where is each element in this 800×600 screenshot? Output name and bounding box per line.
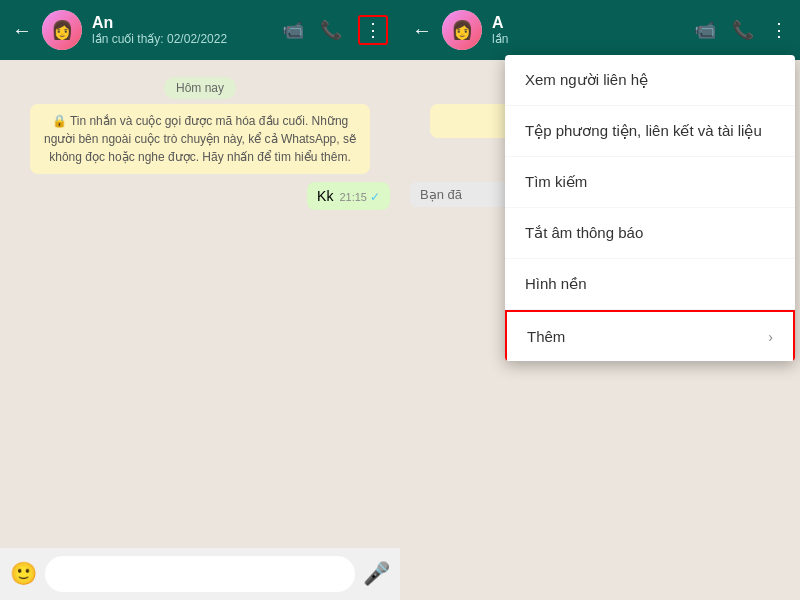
video-call-icon-left[interactable]: 📹 — [282, 19, 304, 41]
more-menu-icon-left[interactable]: ⋮ — [358, 15, 388, 45]
contact-info-left: An lần cuối thấy: 02/02/2022 — [92, 14, 272, 46]
voice-call-icon-left[interactable]: 📞 — [320, 19, 342, 41]
chevron-right-icon: › — [768, 329, 773, 345]
dropdown-item-more[interactable]: Thêm › — [505, 310, 795, 361]
bubble-left: Kk 21:15 ✓ — [307, 182, 390, 210]
voice-call-icon-right[interactable]: 📞 — [732, 19, 754, 41]
avatar-image-left: 👩 — [42, 10, 82, 50]
contact-status-left: lần cuối thấy: 02/02/2022 — [92, 32, 272, 46]
dropdown-item-search[interactable]: Tìm kiếm — [505, 157, 795, 208]
check-mark-left: ✓ — [370, 190, 380, 204]
mic-icon-left[interactable]: 🎤 — [363, 561, 390, 587]
dropdown-item-mute[interactable]: Tắt âm thông báo — [505, 208, 795, 259]
input-bar-left: 🙂 🎤 — [0, 548, 400, 600]
date-badge-left: Hôm nay — [10, 78, 390, 96]
date-label-left: Hôm nay — [164, 77, 236, 99]
back-button-left[interactable]: ← — [12, 19, 32, 42]
right-panel: ← 👩 A lần 📹 📞 ⋮ Hôm nay 🔒 Tin... Những..… — [400, 0, 800, 600]
dropdown-item-view-contact[interactable]: Xem người liên hệ — [505, 55, 795, 106]
contact-info-right: A lần — [492, 14, 684, 46]
emoji-icon-left[interactable]: 🙂 — [10, 561, 37, 587]
avatar-image-right: 👩 — [442, 10, 482, 50]
avatar-left[interactable]: 👩 — [42, 10, 82, 50]
bubble-text-left: Kk — [317, 188, 333, 204]
dropdown-label-mute: Tắt âm thông báo — [525, 224, 643, 242]
time-text-left: 21:15 — [339, 191, 367, 203]
back-button-right[interactable]: ← — [412, 19, 432, 42]
dropdown-item-media-files[interactable]: Tệp phương tiện, liên kết và tài liệu — [505, 106, 795, 157]
dropdown-label-view-contact: Xem người liên hệ — [525, 71, 648, 89]
system-message-left[interactable]: 🔒 Tin nhắn và cuộc gọi được mã hóa đầu c… — [30, 104, 370, 174]
video-call-icon-right[interactable]: 📹 — [694, 19, 716, 41]
header-icons-right: 📹 📞 ⋮ — [694, 19, 788, 41]
dropdown-label-wallpaper: Hình nền — [525, 275, 587, 293]
bubble-time-left: 21:15 ✓ — [339, 190, 380, 204]
message-bubble-left: Kk 21:15 ✓ — [10, 182, 390, 210]
header-icons-left: 📹 📞 ⋮ — [282, 15, 388, 45]
dropdown-label-media-files: Tệp phương tiện, liên kết và tài liệu — [525, 122, 762, 140]
dropdown-label-more: Thêm — [527, 328, 565, 345]
right-header: ← 👩 A lần 📹 📞 ⋮ — [400, 0, 800, 60]
dropdown-item-wallpaper[interactable]: Hình nền — [505, 259, 795, 310]
message-input-left[interactable] — [45, 556, 355, 592]
left-panel: ← 👩 An lần cuối thấy: 02/02/2022 📹 📞 ⋮ H… — [0, 0, 400, 600]
chat-area-left: Hôm nay 🔒 Tin nhắn và cuộc gọi được mã h… — [0, 60, 400, 548]
dropdown-menu: Xem người liên hệ Tệp phương tiện, liên … — [505, 55, 795, 361]
left-header: ← 👩 An lần cuối thấy: 02/02/2022 📹 📞 ⋮ — [0, 0, 400, 60]
dropdown-label-search: Tìm kiếm — [525, 173, 587, 191]
contact-name-left: An — [92, 14, 272, 32]
contact-status-right: lần — [492, 32, 684, 46]
contact-name-right: A — [492, 14, 684, 32]
more-menu-icon-right[interactable]: ⋮ — [770, 19, 788, 41]
avatar-right[interactable]: 👩 — [442, 10, 482, 50]
